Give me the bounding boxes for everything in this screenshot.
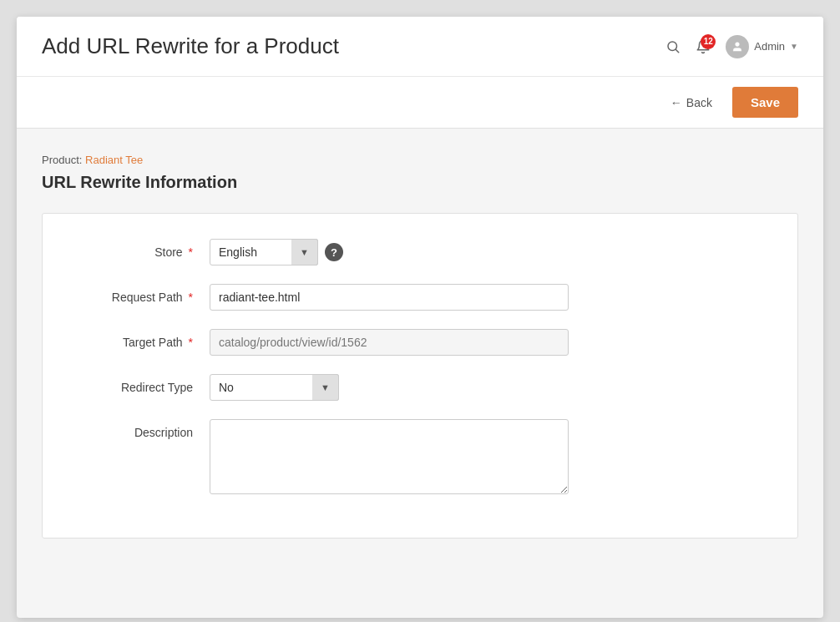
redirect-type-label: Redirect Type [59, 374, 210, 394]
save-button[interactable]: Save [732, 87, 798, 118]
arrow-left-icon: ← [670, 96, 682, 109]
form-section: Store * English Default Store View ▼ ? [42, 213, 798, 539]
header-actions: 12 Admin ▼ [665, 35, 798, 58]
description-row: Description [59, 419, 781, 494]
notification-badge: 12 [701, 34, 716, 49]
user-dropdown-icon: ▼ [790, 42, 798, 51]
product-link[interactable]: Radiant Tee [85, 154, 143, 166]
store-control-wrapper: English Default Store View ▼ ? [210, 239, 781, 265]
help-icon[interactable]: ? [325, 243, 343, 261]
store-row: Store * English Default Store View ▼ ? [59, 239, 781, 265]
target-path-input[interactable] [210, 329, 569, 356]
target-path-label: Target Path * [59, 329, 210, 349]
product-label-text: Product: [42, 154, 82, 166]
request-path-label: Request Path * [59, 284, 210, 304]
svg-point-0 [668, 42, 677, 51]
request-path-control-wrapper [210, 284, 781, 311]
svg-line-1 [676, 49, 679, 52]
notification-wrapper[interactable]: 12 [696, 39, 711, 54]
section-title: URL Rewrite Information [42, 173, 798, 192]
required-star-2: * [189, 291, 193, 304]
redirect-type-select[interactable]: No Temporary (302) Permanent (301) [210, 374, 339, 401]
back-label: Back [686, 96, 712, 109]
request-path-row: Request Path * [59, 284, 781, 311]
page-title: Add URL Rewrite for a Product [42, 33, 339, 59]
svg-point-2 [736, 42, 740, 46]
product-label: Product: Radiant Tee [42, 154, 798, 166]
required-star: * [189, 245, 193, 259]
redirect-type-row: Redirect Type No Temporary (302) Permane… [59, 374, 781, 401]
avatar [726, 35, 749, 58]
redirect-type-select-wrapper: No Temporary (302) Permanent (301) ▼ [210, 374, 339, 401]
target-path-row: Target Path * [59, 329, 781, 356]
description-control-wrapper [210, 419, 781, 494]
back-button[interactable]: ← Back [659, 89, 724, 116]
store-label: Store * [59, 239, 210, 259]
target-path-control-wrapper [210, 329, 781, 356]
required-star-3: * [189, 336, 193, 349]
store-select-wrapper: English Default Store View ▼ [210, 239, 318, 265]
user-name: Admin [754, 40, 785, 53]
page-wrapper: Add URL Rewrite for a Product 12 [17, 17, 823, 618]
page-content: Product: Radiant Tee URL Rewrite Informa… [17, 129, 823, 572]
redirect-type-control-wrapper: No Temporary (302) Permanent (301) ▼ [210, 374, 781, 401]
toolbar: ← Back Save [17, 77, 823, 129]
user-info[interactable]: Admin ▼ [726, 35, 798, 58]
description-textarea[interactable] [210, 419, 569, 494]
store-select[interactable]: English Default Store View [210, 239, 318, 265]
description-label: Description [59, 419, 210, 439]
page-header: Add URL Rewrite for a Product 12 [17, 17, 823, 77]
request-path-input[interactable] [210, 284, 569, 311]
search-icon[interactable] [665, 39, 681, 54]
